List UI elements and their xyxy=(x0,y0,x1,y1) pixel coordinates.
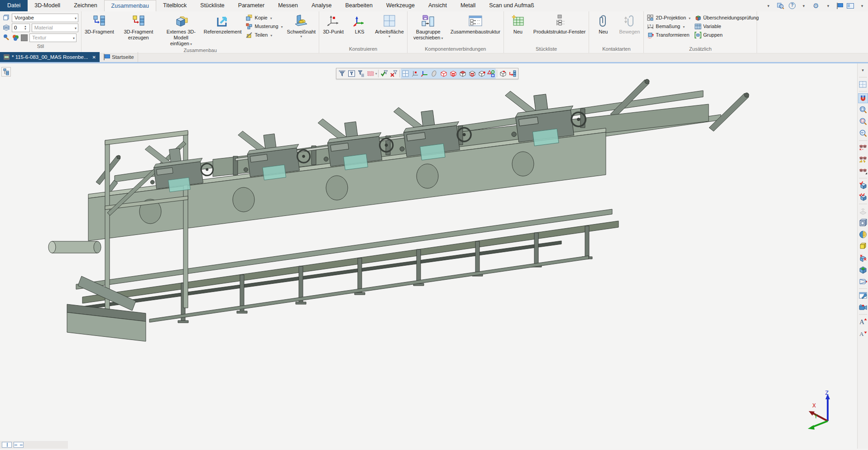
3d-fragment-erzeugen-button[interactable]: 3D-Fragment erzeugen xyxy=(117,12,160,41)
object-snap-magnet-icon[interactable] xyxy=(858,93,868,103)
help-icon[interactable]: ? xyxy=(789,2,796,9)
texture-combo[interactable]: Textur xyxy=(29,34,77,42)
split-view-horizontal-icon[interactable] xyxy=(14,442,24,448)
zoom-window-icon[interactable] xyxy=(858,105,868,115)
select-lks-icon[interactable] xyxy=(420,69,429,78)
3d-punkt-button[interactable]: 3D-Punkt xyxy=(321,12,346,35)
workplane-toggle-icon[interactable] xyxy=(858,79,868,89)
select-top-face-icon[interactable] xyxy=(458,69,467,78)
settings-dropdown-icon[interactable]: ▾ xyxy=(824,2,832,10)
layer-value-input[interactable] xyxy=(12,24,24,32)
filter-list-icon[interactable] xyxy=(356,69,366,78)
lks-button[interactable]: LKS xyxy=(347,12,372,35)
ueberschneidungspruefung-button[interactable]: Überschneidungsprüfung xyxy=(694,14,759,21)
filter-window-icon[interactable] xyxy=(347,69,356,78)
select-primitives-icon[interactable] xyxy=(486,69,496,78)
toolbar-overflow-icon[interactable]: ▾ xyxy=(764,2,772,10)
menu-tab-messen[interactable]: Messen xyxy=(271,0,305,11)
variable-button[interactable]: Variable xyxy=(694,23,759,30)
display-options-glasses-icon[interactable] xyxy=(858,166,868,176)
help-dropdown-icon[interactable]: ▾ xyxy=(800,2,808,10)
menu-tab-scan-und-aufmass[interactable]: Scan und Aufmaß xyxy=(482,0,541,11)
filter-apply-icon[interactable] xyxy=(379,69,389,78)
window-layout-icon[interactable] xyxy=(847,3,854,9)
zoom-previous-icon[interactable] xyxy=(858,129,868,139)
document-tab[interactable]: * 115-6-083_00_MAS Rosenbe... ✕ xyxy=(0,52,100,62)
hide-elements-glasses-icon[interactable] xyxy=(858,143,868,153)
split-view-vertical-icon[interactable] xyxy=(2,442,12,448)
model-structure-toggle-button[interactable] xyxy=(1,67,11,77)
settings-gear-icon[interactable]: ⚙ xyxy=(812,2,820,10)
schweissnaht-button[interactable]: Schweißnaht ▾ xyxy=(285,12,318,38)
selector-filter-icon[interactable] xyxy=(337,69,347,78)
select-solid-icon[interactable] xyxy=(498,69,508,78)
menu-tab-datei[interactable]: Datei xyxy=(0,0,28,11)
measure-glasses-icon[interactable] xyxy=(858,154,868,164)
3d-model-machine[interactable] xyxy=(0,63,857,449)
menu-tab-analyse[interactable]: Analyse xyxy=(305,0,338,11)
selection-rectangle-dropdown-icon[interactable]: ▾ xyxy=(375,72,377,76)
schweissnaht-dropdown-icon[interactable]: ▾ xyxy=(300,35,302,38)
paintbrush-icon[interactable] xyxy=(3,34,10,41)
baugruppe-verschieben-button[interactable]: Baugruppe verschieben xyxy=(409,12,448,41)
search-icon[interactable] xyxy=(777,2,785,10)
texture-swatch[interactable] xyxy=(21,34,28,41)
material-combo[interactable]: Material xyxy=(32,24,78,32)
style-preset-combo[interactable]: Vorgabe xyxy=(12,14,78,22)
select-face-icon[interactable] xyxy=(429,69,439,78)
start-page-tab[interactable]: Startseite xyxy=(100,52,138,62)
teilen-button[interactable]: Teilen xyxy=(246,31,283,38)
arbeitsflaeche-dropdown-icon[interactable]: ▾ xyxy=(388,35,390,38)
3d-fragment-button[interactable]: 3D-Fragment xyxy=(83,12,116,35)
select-cylindrical-face-icon[interactable] xyxy=(448,69,458,78)
transformieren-button[interactable]: Transformieren xyxy=(647,31,691,38)
2d-projektion-button[interactable]: 2D-Projektion xyxy=(647,14,691,21)
menu-tab-metall[interactable]: Metall xyxy=(454,0,482,11)
menu-tab-zusammenbau[interactable]: Zusammenbau xyxy=(104,0,156,11)
select-fragment-icon[interactable] xyxy=(508,69,517,78)
font-decrease-icon[interactable]: A xyxy=(858,328,868,338)
zusammenbaustruktur-button[interactable]: Zusammenbaustruktur xyxy=(449,12,502,35)
selection-rectangle-icon[interactable] xyxy=(366,69,375,78)
menu-tab-bearbeiten[interactable]: Bearbeiten xyxy=(338,0,379,11)
menu-tab-ansicht[interactable]: Ansicht xyxy=(422,0,454,11)
spinner-arrows-icon[interactable]: ▲▼ xyxy=(24,24,27,32)
window-dropdown-icon[interactable]: ▾ xyxy=(858,2,866,10)
view-cube-icon[interactable] xyxy=(858,218,868,228)
close-tab-icon[interactable]: ✕ xyxy=(92,55,96,60)
produktstruktur-fenster-button[interactable]: Produktstruktur-Fenster xyxy=(532,12,588,35)
camera-icon[interactable] xyxy=(858,302,868,312)
shaded-cube-icon[interactable] xyxy=(858,241,868,251)
render-mode-icon[interactable] xyxy=(858,230,868,239)
check-all-geometry-icon[interactable] xyxy=(858,192,868,202)
menu-tab-titelblock[interactable]: Titelblock xyxy=(156,0,193,11)
layer-spinner[interactable]: ▲▼ xyxy=(12,24,30,32)
transform-cube-icon[interactable] xyxy=(858,253,868,263)
3d-viewport[interactable]: ▾ xyxy=(0,63,857,449)
check-geometry-icon[interactable] xyxy=(858,180,868,190)
projection-wireframe-icon[interactable] xyxy=(858,277,868,287)
menu-tab-3d-modell[interactable]: 3D-Modell xyxy=(28,0,67,11)
externes-3d-modell-button[interactable]: Externes 3D-Modell einfügen xyxy=(161,12,201,47)
kontakt-neu-button[interactable]: Neu xyxy=(590,12,616,35)
referenzelement-button[interactable]: Referenzelement xyxy=(202,12,244,35)
filter-clear-icon[interactable] xyxy=(389,69,398,78)
select-3d-point-icon[interactable] xyxy=(410,69,420,78)
rail-overflow-icon[interactable]: ▾ xyxy=(858,65,868,75)
color-circles-icon[interactable] xyxy=(12,34,19,41)
start-page-flag-icon[interactable] xyxy=(836,3,843,9)
arbeitsflaeche-button[interactable]: Arbeitsfläche ▾ xyxy=(373,12,406,38)
kopie-button[interactable]: Kopie xyxy=(246,14,283,21)
window-settings-icon[interactable] xyxy=(858,291,868,301)
menu-tab-zeichnen[interactable]: Zeichnen xyxy=(67,0,104,11)
zoom-dynamic-icon[interactable] xyxy=(858,117,868,127)
coordinate-triad[interactable]: Z X Y xyxy=(807,388,843,434)
bemassung-button[interactable]: 5 Bemaßung xyxy=(647,23,691,30)
select-edge-icon[interactable] xyxy=(439,69,448,78)
gruppen-button[interactable]: Gruppen xyxy=(694,31,759,38)
select-workplane-icon[interactable] xyxy=(401,69,410,78)
font-increase-icon[interactable]: A xyxy=(858,316,868,326)
menu-tab-stueckliste[interactable]: Stückliste xyxy=(193,0,231,11)
musterung-button[interactable]: Musterung xyxy=(246,23,283,30)
stueckliste-neu-button[interactable]: Neu xyxy=(505,12,531,35)
